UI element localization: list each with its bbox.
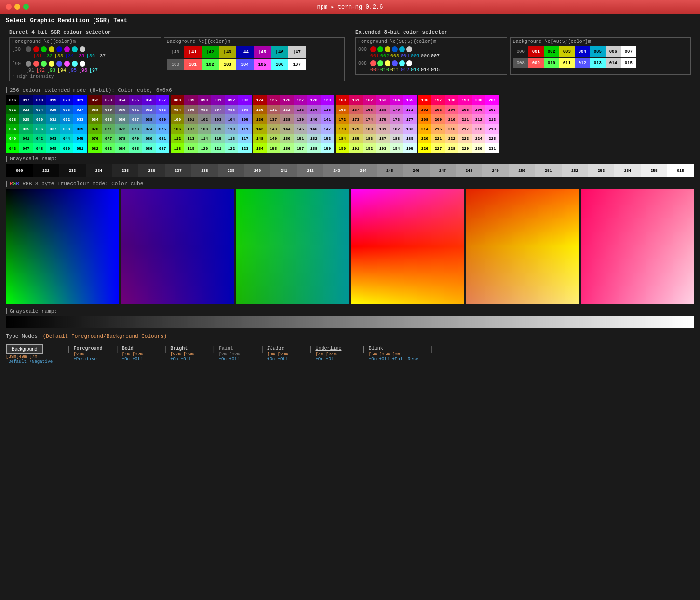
cube-cell: 029 xyxy=(19,114,33,124)
fg-dot-33 xyxy=(49,46,54,52)
cube-cell: 139 xyxy=(294,114,307,124)
cube-cell: 166 xyxy=(336,105,349,114)
grayscale-cell: 242 xyxy=(297,164,323,177)
ext-fg-dot-9 xyxy=(370,60,376,66)
cube-cell: 053 xyxy=(102,95,115,105)
cube-cell: 031 xyxy=(46,114,60,124)
cube-cell: 045 xyxy=(73,134,87,143)
type-mode-background: Background [39m[49m [7m +Default +Negati… xyxy=(6,344,64,364)
cube-cell: 055 xyxy=(129,95,142,105)
background-button[interactable]: Background xyxy=(6,344,43,354)
cube-cell: 096 xyxy=(198,105,211,114)
type-modes-header: Type Modes (Default Foreground/Backgroun… xyxy=(6,333,694,339)
cube-cell: 100 xyxy=(171,114,184,124)
cube-cell: 065 xyxy=(102,114,115,124)
type-modes-section: Type Modes (Default Foreground/Backgroun… xyxy=(6,333,694,364)
grayscale-cell: 255 xyxy=(641,164,667,177)
cube-cell: 105 xyxy=(238,114,252,124)
rgb-block-6 xyxy=(581,189,694,304)
cube-cell: 099 xyxy=(238,105,252,114)
cube-cell: 169 xyxy=(376,105,390,114)
cube-cell: 118 xyxy=(171,143,184,153)
cube-cell: 086 xyxy=(142,143,156,153)
cube-cell: 090 xyxy=(198,95,211,105)
rgb-block-3 xyxy=(236,189,349,304)
cube-cell: 123 xyxy=(238,143,252,153)
cube-cell: 137 xyxy=(267,114,280,124)
cube-cell: 185 xyxy=(349,134,363,143)
fg-dot-90 xyxy=(26,61,31,67)
cube-block-2: 0880890900910920930940950960970980991001… xyxy=(171,95,252,153)
ext-fg-dot-5 xyxy=(399,46,405,52)
type-mode-bright: Bright [97m [39m +On +Off xyxy=(170,344,209,362)
cube-cell: 073 xyxy=(129,124,142,134)
cube-cell: 019 xyxy=(46,95,60,105)
cube-cell: 210 xyxy=(445,114,458,124)
cube-block-3: 1241251261271281291301311321331341351361… xyxy=(253,95,334,153)
cube-cell: 081 xyxy=(156,134,169,143)
cube-cell: 164 xyxy=(390,95,403,105)
cube-cell: 204 xyxy=(445,105,458,114)
cube-block-1: 0520530540550560570580590600610620630640… xyxy=(88,95,169,153)
cube-cell: 144 xyxy=(280,124,294,134)
cube-cell: 161 xyxy=(349,95,363,105)
cube-cell: 034 xyxy=(6,124,19,134)
cube-cell: 116 xyxy=(225,134,238,143)
ext-fg-dot-4 xyxy=(392,46,398,52)
type-mode-foreground: Foreground [27m +Positive xyxy=(73,344,112,362)
fg-dot-93 xyxy=(49,61,54,67)
cube-cell: 149 xyxy=(267,134,280,143)
cube-cell: 044 xyxy=(60,134,73,143)
cube-cell: 160 xyxy=(336,95,349,105)
grayscale-cell: 245 xyxy=(377,164,403,177)
type-mode-italic: Italic [3m [23m +On +Off xyxy=(267,344,306,362)
cube-cell: 129 xyxy=(321,95,334,105)
cube-cell: 067 xyxy=(129,114,142,124)
cube-cell: 036 xyxy=(33,124,46,134)
cube-cell: 018 xyxy=(33,95,46,105)
cube-cell: 201 xyxy=(485,95,499,105)
cube-cell: 172 xyxy=(336,114,349,124)
cube-cell: 025 xyxy=(46,105,60,114)
cube-cell: 195 xyxy=(403,143,417,153)
cube-cell: 120 xyxy=(198,143,211,153)
cube-cell: 134 xyxy=(307,105,321,114)
cube-cell: 180 xyxy=(363,124,376,134)
cube-cell: 157 xyxy=(294,143,307,153)
cube-cell: 156 xyxy=(280,143,294,153)
bg-codes: [39m[49m [7m xyxy=(6,355,64,359)
close-button[interactable] xyxy=(6,4,12,10)
cube-cell: 113 xyxy=(184,134,198,143)
cube-cell: 071 xyxy=(102,124,115,134)
grayscale-cell: 251 xyxy=(535,164,562,177)
title-text: npm ▸ term-ng 0.2.6 xyxy=(317,3,383,11)
maximize-button[interactable] xyxy=(23,4,29,10)
fg-dot-31 xyxy=(33,46,39,52)
cube-cell: 097 xyxy=(211,105,225,114)
cube-cell: 041 xyxy=(19,134,33,143)
cube-cell: 108 xyxy=(198,124,211,134)
cube-cell: 159 xyxy=(321,143,334,153)
ext-fg-label: Foreground \e[38;5;{color}m xyxy=(358,39,504,44)
cube-cell: 080 xyxy=(142,134,156,143)
grayscale-cell: 250 xyxy=(509,164,535,177)
cube-cell: 027 xyxy=(73,105,87,114)
cube-cell: 167 xyxy=(349,105,363,114)
grayscale-cell: 239 xyxy=(218,164,244,177)
cube-cell: 178 xyxy=(336,124,349,134)
cube-cell: 141 xyxy=(321,114,334,124)
grayscale-cell: 244 xyxy=(350,164,377,177)
cube-cell: 186 xyxy=(363,134,376,143)
type-modes-row: Background [39m[49m [7m +Default +Negati… xyxy=(6,342,694,364)
cube-cell: 231 xyxy=(485,143,499,153)
cube-cell: 229 xyxy=(458,143,472,153)
cube-cell: 176 xyxy=(390,114,403,124)
cube-cell: 196 xyxy=(418,95,431,105)
cube-cell: 089 xyxy=(184,95,198,105)
cube-cell: 069 xyxy=(156,114,169,124)
cube-cell: 052 xyxy=(88,95,102,105)
cube-cell: 074 xyxy=(142,124,156,134)
cube-cell: 059 xyxy=(102,105,115,114)
fg-dot-34 xyxy=(56,46,62,52)
minimize-button[interactable] xyxy=(14,4,20,10)
